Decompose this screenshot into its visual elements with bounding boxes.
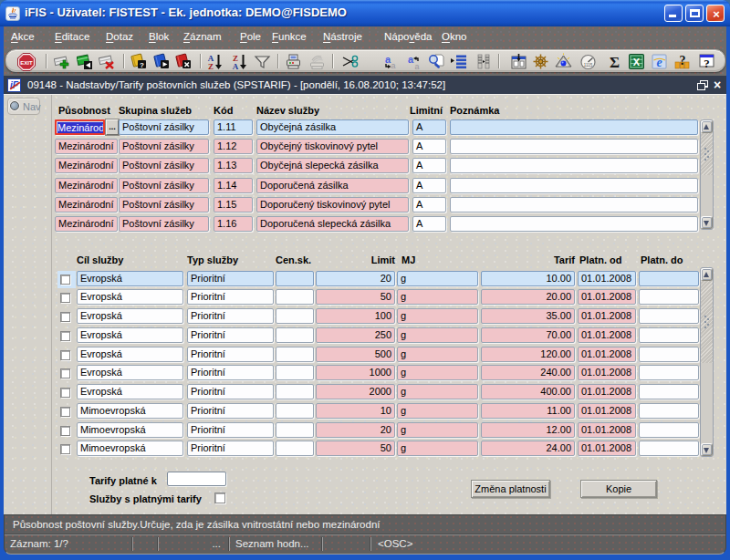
scroll-down-button[interactable]: [701, 443, 713, 456]
field-limitni[interactable]: A: [412, 216, 446, 232]
field-kod[interactable]: 1.12: [214, 139, 253, 154]
excel-export-icon[interactable]: X: [628, 53, 645, 70]
menu-item[interactable]: Funkce: [272, 31, 307, 42]
field-mj[interactable]: g: [397, 441, 478, 456]
field-tarif[interactable]: 11.00: [481, 403, 575, 419]
previous-record-icon[interactable]: [77, 53, 94, 70]
field-nazev[interactable]: Obyčejná zásilka: [256, 119, 409, 135]
wizard-icon[interactable]: [555, 53, 572, 70]
columns-setup-icon[interactable]: [475, 53, 493, 70]
field-platnod[interactable]: 01.01.2008: [578, 327, 636, 343]
field-typ[interactable]: Prioritní: [187, 441, 274, 456]
field-platndo[interactable]: [639, 327, 699, 343]
row-checkbox[interactable]: [60, 426, 70, 436]
field-cil[interactable]: Mimoevropská: [77, 403, 183, 419]
field-pusobnost[interactable]: Mezinárodní: [55, 216, 118, 232]
field-tarif[interactable]: 20.00: [481, 289, 575, 305]
sort-ascending-icon[interactable]: AZ: [206, 53, 224, 70]
menu-item[interactable]: Blok: [149, 31, 169, 42]
close-button[interactable]: ×: [706, 5, 725, 22]
field-platnod[interactable]: 01.01.2008: [578, 441, 636, 456]
field-censk[interactable]: [276, 308, 314, 324]
row-checkbox[interactable]: [60, 293, 70, 303]
field-typ[interactable]: Prioritní: [187, 384, 274, 399]
valid-to-input[interactable]: [167, 472, 226, 486]
field-censk[interactable]: [276, 347, 314, 362]
field-cil[interactable]: Mimoevropská: [77, 441, 183, 456]
field-typ[interactable]: Prioritní: [187, 289, 274, 305]
field-cil[interactable]: Mimoevropská: [77, 422, 183, 438]
field-nazev[interactable]: Obyčejná slepecká zásilka: [256, 158, 409, 173]
field-pusobnost[interactable]: Mezinárodní: [55, 139, 118, 154]
field-pusobnost[interactable]: Mezinárodní: [55, 119, 105, 135]
field-mj[interactable]: g: [397, 289, 478, 305]
field-typ[interactable]: Prioritní: [187, 347, 274, 362]
field-typ[interactable]: Prioritní: [187, 365, 274, 380]
print-setup-icon[interactable]: [308, 53, 326, 70]
field-platnod[interactable]: 01.01.2008: [578, 365, 636, 380]
web-browser-icon[interactable]: e: [651, 53, 668, 70]
field-typ[interactable]: Prioritní: [187, 422, 274, 438]
field-limitni[interactable]: A: [412, 139, 446, 154]
save-query-icon[interactable]: ?: [130, 53, 148, 70]
valid-services-checkbox[interactable]: [214, 493, 225, 503]
field-nazev[interactable]: Doporučená slepecká zásilka: [256, 216, 409, 232]
maximize-button[interactable]: [685, 5, 704, 22]
field-mj[interactable]: g: [397, 327, 478, 343]
field-mj[interactable]: g: [397, 403, 478, 419]
field-limit[interactable]: 20: [316, 271, 395, 286]
field-platndo[interactable]: [639, 365, 699, 380]
sort-descending-icon[interactable]: ZA: [231, 53, 248, 70]
list-of-values-icon[interactable]: [450, 53, 467, 70]
row-checkbox[interactable]: [60, 312, 70, 322]
field-poznamka[interactable]: [450, 216, 698, 232]
lov-button[interactable]: ...: [106, 119, 119, 135]
copy-field-down-icon[interactable]: aa: [381, 53, 399, 70]
field-mj[interactable]: g: [397, 384, 478, 399]
print-icon[interactable]: [285, 53, 302, 70]
help-index-icon[interactable]: ?: [673, 53, 691, 70]
execute-query-icon[interactable]: [153, 53, 171, 70]
field-limit[interactable]: 500: [316, 347, 395, 362]
field-limit[interactable]: 100: [316, 308, 395, 324]
menu-item[interactable]: Nástroje: [323, 31, 362, 42]
cancel-query-icon[interactable]: [175, 53, 193, 70]
field-tarif[interactable]: 10.00: [481, 271, 575, 286]
field-platndo[interactable]: [639, 308, 699, 324]
field-skupina[interactable]: Poštovní zásilky: [119, 158, 209, 173]
field-skupina[interactable]: Poštovní zásilky: [119, 197, 209, 213]
row-checkbox[interactable]: [60, 368, 70, 379]
row-checkbox[interactable]: [60, 350, 70, 360]
field-cil[interactable]: Evropská: [77, 271, 183, 286]
field-pusobnost[interactable]: Mezinárodní: [55, 178, 118, 193]
exit-icon[interactable]: EXIT: [17, 53, 35, 70]
field-tarif[interactable]: 35.00: [481, 308, 575, 324]
field-cil[interactable]: Evropská: [77, 347, 183, 362]
field-platnod[interactable]: 01.01.2008: [578, 403, 636, 419]
field-platndo[interactable]: [639, 347, 699, 362]
menu-item[interactable]: Okno: [442, 31, 467, 42]
field-limit[interactable]: 50: [316, 441, 395, 456]
cut-icon[interactable]: [340, 53, 358, 70]
field-cil[interactable]: Evropská: [77, 308, 183, 324]
field-typ[interactable]: Prioritní: [187, 308, 274, 324]
field-platndo[interactable]: [639, 441, 699, 456]
field-nazev[interactable]: Obyčejný tiskovinový pytel: [256, 139, 409, 154]
field-skupina[interactable]: Poštovní zásilky: [119, 216, 209, 232]
field-kod[interactable]: 1.15: [214, 197, 253, 213]
field-tarif[interactable]: 240.00: [481, 365, 575, 380]
field-poznamka[interactable]: [450, 197, 698, 213]
row-checkbox[interactable]: [60, 444, 70, 454]
field-kod[interactable]: 1.13: [214, 158, 253, 173]
field-limit[interactable]: 20: [316, 422, 395, 438]
field-censk[interactable]: [276, 384, 314, 399]
field-platndo[interactable]: [639, 403, 699, 419]
field-platndo[interactable]: [639, 384, 699, 399]
field-platnod[interactable]: 01.01.2008: [578, 271, 636, 286]
field-kod[interactable]: 1.16: [214, 216, 253, 232]
form-import-icon[interactable]: [510, 53, 527, 70]
scroll-up-button[interactable]: [701, 120, 713, 133]
field-censk[interactable]: [276, 403, 314, 419]
field-poznamka[interactable]: [450, 139, 698, 154]
menu-item[interactable]: Dotaz: [106, 31, 133, 42]
